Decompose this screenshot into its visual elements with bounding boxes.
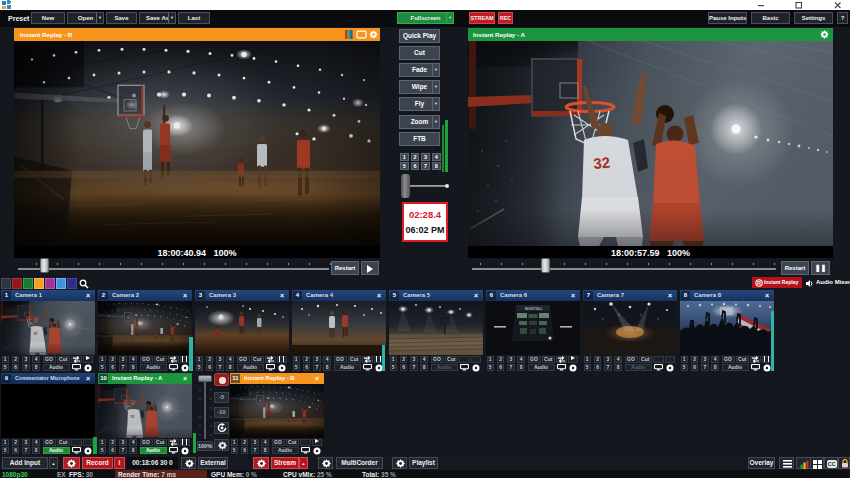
svg-text:R: R (757, 280, 761, 286)
svg-text:CC: CC (827, 461, 835, 467)
